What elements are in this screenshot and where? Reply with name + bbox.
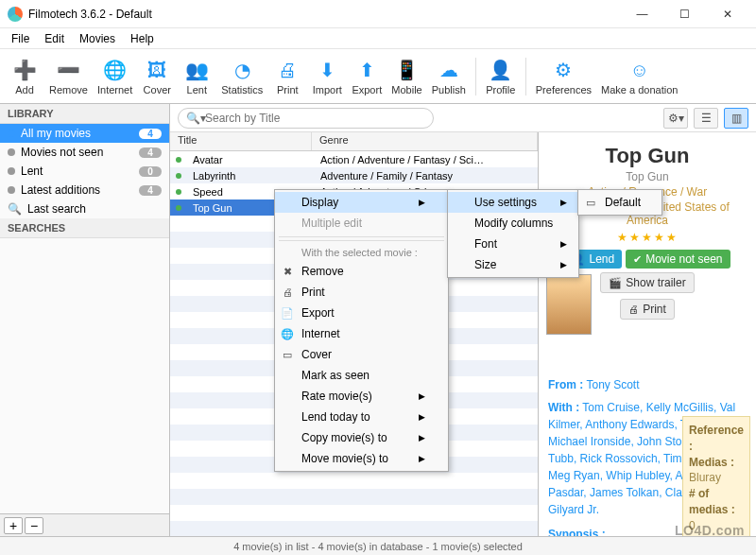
context-menu-item-copy-movie-s-to[interactable]: Copy movie(s) to▶ [275, 427, 448, 448]
context-menu-item-print[interactable]: 🖨Print [275, 282, 448, 303]
make-a-donation-icon: ☺ [627, 57, 653, 83]
show-trailer-button[interactable]: 🎬 Show trailer [600, 272, 694, 293]
menu-help[interactable]: Help [123, 30, 162, 47]
context-menu-item-remove[interactable]: ✖Remove [275, 261, 448, 282]
movie-subtitle: Top Gun [548, 170, 747, 183]
context-menu-display: Use settings▶Modify columnsFont▶Size▶ [447, 189, 579, 278]
searches-header: SEARCHES [0, 218, 169, 238]
column-header-genre[interactable]: Genre [312, 132, 538, 150]
toolbar-label: Print [277, 84, 299, 95]
table-row[interactable]: LabyrinthAdventure / Family / Fantasy [170, 167, 538, 183]
toolbar-lent-button[interactable]: 👥Lent [178, 55, 215, 97]
chevron-right-icon: ▶ [419, 433, 425, 442]
menu-file[interactable]: File [4, 30, 37, 47]
internet-icon: 🌐 [102, 57, 129, 83]
menu-movies[interactable]: Movies [72, 30, 123, 47]
lent-icon: 👥 [183, 57, 210, 83]
column-header-title[interactable]: Title [170, 132, 312, 150]
menu-item-icon: ▭ [584, 197, 597, 209]
library-header: LIBRARY [0, 104, 169, 124]
row-status-dot-icon [176, 157, 181, 163]
sidebar-item-last-search[interactable]: 🔍Last search [0, 199, 169, 218]
toolbar-profile-button[interactable]: 👤Profile [482, 55, 520, 97]
sidebar-item-lent[interactable]: Lent0 [0, 162, 169, 181]
add-playlist-button[interactable]: + [4, 517, 23, 534]
toolbar-separator [525, 58, 526, 95]
from-label: From : [548, 378, 583, 391]
toolbar-export-button[interactable]: ⬆Export [348, 55, 386, 97]
toolbar-label: Mobile [391, 84, 421, 95]
context-menu-item-move-movie-s-to[interactable]: Move movie(s) to▶ [275, 448, 448, 469]
menu-item-label: Move movie(s) to [301, 452, 388, 465]
context-menu-item-default[interactable]: ▭Default [578, 192, 720, 213]
menubar: File Edit Movies Help [0, 28, 756, 49]
search-input[interactable] [205, 109, 423, 128]
toolbar-publish-button[interactable]: ☁Publish [428, 55, 470, 97]
publish-icon: ☁ [436, 57, 462, 83]
sidebar-footer: + − [0, 513, 169, 536]
maximize-button[interactable]: ☐ [663, 0, 706, 28]
row-status-dot-icon [176, 189, 181, 195]
menu-item-label: Mark as seen [301, 369, 369, 382]
menu-item-label: Display [301, 196, 338, 209]
toolbar-internet-button[interactable]: 🌐Internet [94, 55, 136, 97]
sidebar-item-label: Lent [21, 165, 133, 178]
context-menu-item-internet[interactable]: 🌐Internet [275, 323, 448, 344]
row-status-dot-icon [176, 205, 181, 211]
toolbar-statistics-button[interactable]: ◔Statistics [217, 55, 266, 97]
toolbar-cover-button[interactable]: 🖼Cover [138, 55, 176, 97]
menu-item-icon: 🖨 [281, 286, 294, 298]
toolbar-import-button[interactable]: ⬇Import [308, 55, 346, 97]
minimize-button[interactable]: — [621, 0, 663, 28]
context-menu-item-display[interactable]: Display▶ [275, 192, 448, 213]
detail-print-button[interactable]: 🖨 Print [620, 299, 675, 320]
toolbar-mobile-button[interactable]: 📱Mobile [387, 55, 425, 97]
context-menu-item-modify-columns[interactable]: Modify columns [448, 213, 590, 234]
toolbar-remove-button[interactable]: ➖Remove [45, 55, 92, 97]
status-dot-icon [8, 186, 15, 194]
toolbar-add-button[interactable]: ➕Add [6, 55, 43, 97]
menu-item-label: Multiple edit [301, 217, 362, 230]
context-menu-item-use-settings[interactable]: Use settings▶ [448, 192, 590, 213]
settings-gear-button[interactable]: ⚙▾ [663, 108, 688, 129]
context-menu-item-font[interactable]: Font▶ [448, 234, 590, 254]
view-list-button[interactable]: ☰ [694, 108, 718, 129]
menu-item-label: Export [301, 306, 335, 320]
search-box[interactable]: 🔍▾ [178, 108, 434, 129]
context-menu-item-size[interactable]: Size▶ [448, 254, 590, 275]
view-details-button[interactable]: ▥ [724, 108, 748, 129]
context-menu-item-lend-today-to[interactable]: Lend today to▶ [275, 407, 448, 427]
menu-edit[interactable]: Edit [37, 30, 72, 47]
menu-item-label: Lend today to [301, 410, 370, 424]
chevron-right-icon: ▶ [419, 198, 425, 207]
chevron-right-icon: ▶ [419, 454, 425, 463]
close-button[interactable]: ✕ [706, 0, 748, 28]
status-dot-icon [8, 167, 15, 175]
sidebar-item-label: Last search [27, 202, 162, 216]
table-row[interactable]: AvatarAction / Adventure / Fantasy / Sci… [170, 151, 538, 167]
menu-item-label: Use settings [474, 196, 537, 209]
sidebar-item-latest-additions[interactable]: Latest additions4 [0, 181, 169, 199]
context-menu-item-cover[interactable]: ▭Cover [275, 344, 448, 365]
app-icon [8, 7, 23, 22]
row-genre: Adventure / Family / Fantasy [313, 170, 538, 182]
context-menu-item-export[interactable]: 📄Export [275, 303, 448, 323]
sidebar-item-movies-not-seen[interactable]: Movies not seen4 [0, 143, 169, 162]
toolbar-label: Make a donation [601, 84, 678, 95]
context-menu-item-rate-movie-s-[interactable]: Rate movie(s)▶ [275, 386, 448, 407]
remove-icon: ➖ [55, 57, 81, 83]
context-menu-separator [279, 240, 444, 241]
context-menu-settings: ▭Default [577, 189, 662, 216]
export-icon: ⬆ [353, 57, 380, 83]
toolbar-make-a-donation-button[interactable]: ☺Make a donation [597, 55, 681, 97]
toolbar-label: Remove [49, 84, 88, 95]
context-menu-item-mark-as-seen[interactable]: Mark as seen [275, 365, 448, 386]
row-title: Avatar [185, 154, 313, 165]
movie-not-seen-button[interactable]: ✔ Movie not seen [626, 250, 730, 269]
director-link[interactable]: Tony Scott [586, 378, 639, 391]
toolbar-print-button[interactable]: 🖨Print [268, 55, 306, 97]
toolbar-label: Add [15, 84, 34, 95]
remove-playlist-button[interactable]: − [25, 517, 43, 534]
toolbar-preferences-button[interactable]: ⚙Preferences [532, 55, 595, 97]
sidebar-item-all-my-movies[interactable]: All my movies4 [0, 124, 169, 143]
